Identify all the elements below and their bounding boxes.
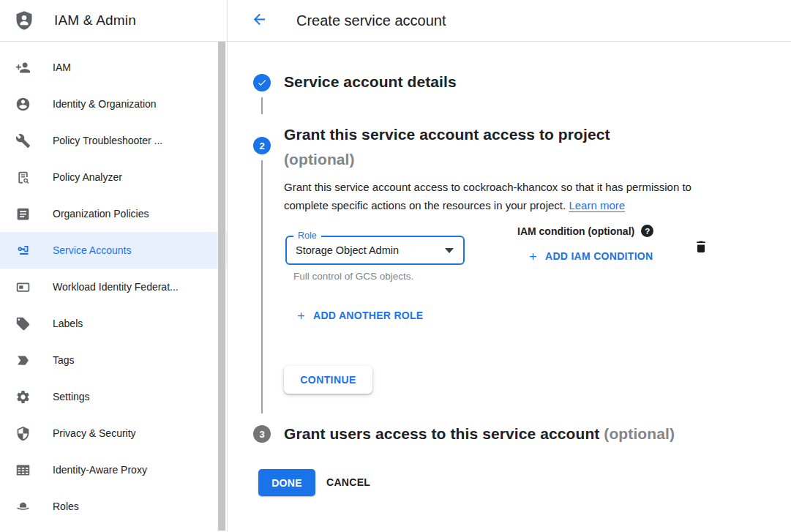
add-iam-condition-button[interactable]: ADD IAM CONDITION <box>528 250 653 262</box>
plus-icon <box>296 310 307 321</box>
sidebar-item-tags[interactable]: Tags <box>0 342 227 378</box>
sidebar-item-workload-identity-federation[interactable]: Workload Identity Federat... <box>0 269 227 305</box>
iam-condition-header: IAM condition (optional) ? <box>517 225 653 237</box>
learn-more-link[interactable]: Learn more <box>569 199 625 211</box>
role-helper-text: Full control of GCS objects. <box>293 271 413 282</box>
step2-description: Grant this service account access to coc… <box>284 178 727 214</box>
sidebar-item-label: Labels <box>53 318 83 329</box>
step2-description-text: Grant this service account access to coc… <box>284 181 691 211</box>
account-circle-icon <box>15 96 31 112</box>
sidebar-item-label: Privacy & Security <box>53 427 136 439</box>
role-field-label: Role <box>293 231 321 241</box>
sidebar-item-label: Workload Identity Federat... <box>53 281 179 293</box>
gcp-console-window: IAM & Admin IAM Identity & Organization … <box>0 0 791 532</box>
sidebar-header: IAM & Admin <box>0 0 227 42</box>
wrench-icon <box>15 132 31 149</box>
step2-number: 2 <box>259 141 264 151</box>
sidebar-title: IAM & Admin <box>54 12 136 29</box>
label-tag-icon <box>15 315 31 331</box>
sidebar-item-labels[interactable]: Labels <box>0 305 227 342</box>
sidebar-item-label: Policy Analyzer <box>53 171 122 183</box>
tag-arrow-icon <box>15 352 31 368</box>
step2-title-text: Grant this service account access to pro… <box>284 122 752 147</box>
add-iam-condition-label: ADD IAM CONDITION <box>545 250 653 262</box>
step1-title: Service account details <box>284 73 457 91</box>
sidebar-item-label: Organization Policies <box>53 208 149 220</box>
stepper-connector <box>261 160 263 413</box>
question-help-icon[interactable]: ? <box>641 225 653 237</box>
plus-icon <box>528 251 539 262</box>
sidebar-item-iam[interactable]: IAM <box>0 49 227 86</box>
sidebar-item-organization-policies[interactable]: Organization Policies <box>0 195 227 232</box>
sidebar-item-label: Policy Troubleshooter ... <box>53 135 162 146</box>
step1-completed-check-icon <box>253 74 271 91</box>
sidebar-item-privacy-security[interactable]: Privacy & Security <box>0 415 227 452</box>
sidebar-item-label: Identity & Organization <box>53 98 157 110</box>
badge-card-icon <box>15 279 31 295</box>
done-button[interactable]: DONE <box>258 469 315 496</box>
sidebar-item-identity-organization[interactable]: Identity & Organization <box>0 86 227 122</box>
create-service-account-form: Service account details 2 Grant this ser… <box>228 42 791 532</box>
sidebar-item-label: Settings <box>53 391 90 402</box>
add-another-role-label: ADD ANOTHER ROLE <box>313 310 424 321</box>
service-account-key-icon <box>15 242 31 258</box>
article-list-icon <box>15 206 31 222</box>
sidebar-scrollbar-thumb[interactable] <box>218 42 225 531</box>
step3-title: Grant users access to this service accou… <box>284 425 675 443</box>
step3-optional-label: (optional) <box>604 425 675 442</box>
iam-shield-person-icon <box>13 10 35 31</box>
arrow-back-icon <box>251 11 268 30</box>
role-select[interactable]: Role Storage Object Admin <box>285 236 465 265</box>
add-another-role-button[interactable]: ADD ANOTHER ROLE <box>296 310 424 321</box>
gear-icon <box>15 389 31 405</box>
sidebar-item-label: Tags <box>53 354 75 366</box>
person-add-icon <box>15 59 31 75</box>
sidebar-scrollbar-track <box>217 42 226 532</box>
sidebar-item-label: Roles <box>53 501 79 512</box>
step3-number: 3 <box>259 429 264 440</box>
sidebar-item-policy-analyzer[interactable]: Policy Analyzer <box>0 159 227 195</box>
step3-title-text: Grant users access to this service accou… <box>284 425 599 442</box>
sidebar-nav: IAM Identity & Organization Policy Troub… <box>0 49 227 525</box>
step3-number-badge: 3 <box>253 425 271 443</box>
back-button[interactable] <box>240 5 278 36</box>
sidebar-item-service-accounts[interactable]: Service Accounts <box>0 232 227 269</box>
sidebar-item-roles[interactable]: Roles <box>0 488 227 525</box>
step2-title: Grant this service account access to pro… <box>284 122 752 172</box>
trash-icon <box>694 239 708 257</box>
chevron-down-icon <box>445 248 454 253</box>
sidebar-item-label: Identity-Aware Proxy <box>53 464 147 476</box>
sidebar: IAM & Admin IAM Identity & Organization … <box>0 0 228 532</box>
step2-number-badge: 2 <box>253 137 271 154</box>
step2-optional-label: (optional) <box>284 147 752 172</box>
sidebar-item-label: IAM <box>53 61 71 73</box>
proxy-grid-icon <box>15 462 31 478</box>
delete-role-button[interactable] <box>691 239 711 258</box>
sidebar-item-label: Service Accounts <box>53 244 131 256</box>
cancel-button[interactable]: CANCEL <box>316 469 380 495</box>
document-search-icon <box>15 169 31 185</box>
sidebar-item-identity-aware-proxy[interactable]: Identity-Aware Proxy <box>0 452 227 488</box>
page-title: Create service account <box>296 12 446 29</box>
sidebar-item-settings[interactable]: Settings <box>0 378 227 415</box>
stepper-connector <box>261 97 263 114</box>
shield-half-icon <box>15 425 31 441</box>
iam-condition-label: IAM condition (optional) <box>517 225 634 237</box>
hat-icon <box>15 498 31 514</box>
page-header: Create service account <box>228 0 791 42</box>
continue-button[interactable]: CONTINUE <box>284 366 372 394</box>
sidebar-item-policy-troubleshooter[interactable]: Policy Troubleshooter ... <box>0 122 227 159</box>
role-selected-value: Storage Object Admin <box>296 244 399 256</box>
